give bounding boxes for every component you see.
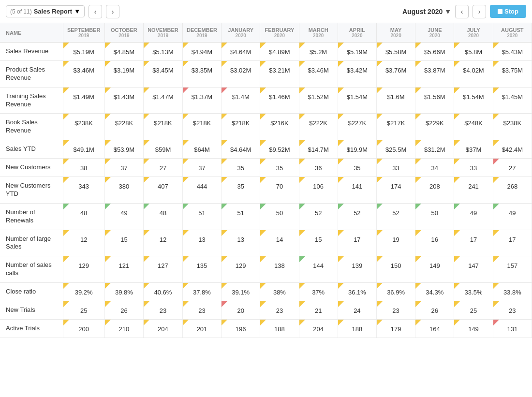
cell-indicator-icon bbox=[222, 114, 227, 119]
cell-value: $229K bbox=[417, 119, 452, 127]
row-value-cell: 38% bbox=[260, 283, 299, 301]
date-next-button[interactable]: › bbox=[473, 5, 486, 18]
cell-indicator-icon bbox=[338, 159, 344, 164]
cell-indicator-icon bbox=[377, 256, 383, 262]
date-selector[interactable]: August 2020 ▼ bbox=[402, 8, 451, 15]
date-prev-button[interactable]: ‹ bbox=[455, 5, 469, 18]
cell-value: 129 bbox=[223, 262, 258, 269]
col-header-jul2020: JULY2020 bbox=[454, 23, 493, 43]
col-header-mar2020: MARCH2020 bbox=[299, 23, 338, 43]
row-value-cell: $4.64M bbox=[222, 43, 260, 61]
cell-indicator-icon bbox=[493, 159, 499, 164]
cell-indicator-icon bbox=[299, 140, 305, 146]
cell-value: 49 bbox=[107, 209, 141, 217]
cell-indicator-icon bbox=[299, 177, 305, 183]
cell-indicator-icon bbox=[377, 177, 383, 183]
cell-indicator-icon bbox=[222, 177, 227, 183]
cell-indicator-icon bbox=[63, 204, 69, 209]
cell-value: 38 bbox=[65, 164, 103, 172]
row-value-cell: $4.89M bbox=[260, 43, 299, 61]
cell-value: $5.58M bbox=[379, 48, 413, 56]
row-value-cell: $5.8M bbox=[454, 43, 493, 61]
cell-value: 268 bbox=[495, 183, 530, 190]
date-label: August 2020 bbox=[402, 8, 443, 15]
cell-value: 21 bbox=[301, 307, 336, 314]
cell-value: 35 bbox=[223, 183, 258, 190]
report-selector[interactable]: (5 of 11) Sales Report ▼ bbox=[6, 5, 85, 17]
table-row: Close ratio39.2%39.8%40.6%37.8%39.1%38%3… bbox=[0, 283, 532, 301]
row-value-cell: 51 bbox=[222, 203, 260, 230]
prev-button[interactable]: ‹ bbox=[89, 5, 102, 18]
cell-indicator-icon bbox=[183, 159, 189, 164]
cell-indicator-icon bbox=[105, 204, 111, 209]
row-value-cell: $5.19M bbox=[338, 43, 376, 61]
row-value-cell: 39.2% bbox=[63, 283, 104, 301]
row-value-cell: 13 bbox=[222, 230, 260, 256]
cell-value: 25 bbox=[456, 307, 490, 314]
cell-indicator-icon bbox=[144, 140, 149, 146]
cell-indicator-icon bbox=[105, 283, 111, 289]
cell-value: $4.89M bbox=[262, 48, 296, 56]
cell-indicator-icon bbox=[144, 320, 149, 325]
cell-value: 52 bbox=[340, 209, 374, 217]
cell-value: 174 bbox=[379, 183, 413, 190]
row-value-cell: 33.8% bbox=[493, 283, 532, 301]
row-name-cell: New Customers bbox=[0, 159, 63, 177]
table-wrapper: NAME SEPTEMBER2019 OCTOBER2019 NOVEMBER2… bbox=[0, 23, 532, 397]
cell-indicator-icon bbox=[105, 301, 111, 307]
row-value-cell: 19 bbox=[376, 230, 415, 256]
row-value-cell: 13 bbox=[182, 230, 221, 256]
cell-value: $5.66M bbox=[417, 48, 452, 56]
cell-value: 33.5% bbox=[456, 289, 490, 296]
cell-value: 50 bbox=[262, 209, 296, 217]
row-value-cell: $1.47M bbox=[144, 87, 183, 114]
row-value-cell: 444 bbox=[182, 177, 221, 204]
cell-value: 37% bbox=[301, 289, 336, 296]
cell-value: $1.43M bbox=[107, 93, 141, 101]
row-value-cell: 23 bbox=[182, 301, 221, 320]
cell-indicator-icon bbox=[377, 320, 383, 325]
cell-indicator-icon bbox=[454, 140, 460, 146]
row-value-cell: 129 bbox=[222, 256, 260, 283]
cell-indicator-icon bbox=[493, 204, 499, 209]
cell-value: $9.52M bbox=[262, 146, 296, 153]
cell-value: $218K bbox=[185, 119, 219, 127]
cell-indicator-icon bbox=[338, 140, 344, 146]
cell-value: 26 bbox=[417, 307, 452, 314]
cell-value: 40.6% bbox=[146, 289, 180, 296]
row-value-cell: $218K bbox=[182, 114, 221, 140]
cell-value: 49 bbox=[495, 209, 530, 217]
cell-value: $3.21M bbox=[262, 67, 296, 74]
cell-indicator-icon bbox=[454, 61, 460, 67]
row-value-cell: $4.85M bbox=[104, 43, 143, 61]
cell-value: 157 bbox=[495, 262, 530, 269]
cell-indicator-icon bbox=[63, 230, 69, 236]
cell-value: 204 bbox=[301, 325, 336, 333]
cell-value: 51 bbox=[185, 209, 219, 217]
row-value-cell: 52 bbox=[299, 203, 338, 230]
row-value-cell: $49.1M bbox=[63, 140, 104, 159]
cell-value: 26 bbox=[107, 307, 141, 314]
next-button[interactable]: › bbox=[106, 5, 119, 18]
cell-indicator-icon bbox=[183, 61, 189, 67]
row-value-cell: 138 bbox=[260, 256, 299, 283]
report-title: Sales Report bbox=[34, 8, 72, 15]
row-value-cell: $25.5M bbox=[376, 140, 415, 159]
cell-indicator-icon bbox=[105, 114, 111, 119]
row-value-cell: 196 bbox=[222, 319, 260, 338]
stop-button[interactable]: Stop bbox=[490, 5, 526, 18]
cell-value: 138 bbox=[262, 262, 296, 269]
row-value-cell: 188 bbox=[338, 319, 376, 338]
cell-value: $1.4M bbox=[223, 93, 258, 101]
row-value-cell: 15 bbox=[299, 230, 338, 256]
row-name-cell: Product Sales Revenue bbox=[0, 60, 63, 87]
row-value-cell: 14 bbox=[260, 230, 299, 256]
table-header-row: NAME SEPTEMBER2019 OCTOBER2019 NOVEMBER2… bbox=[0, 23, 532, 43]
row-value-cell: $1.46M bbox=[260, 87, 299, 114]
cell-indicator-icon bbox=[454, 204, 460, 209]
cell-indicator-icon bbox=[183, 256, 189, 262]
row-value-cell: $227K bbox=[338, 114, 376, 140]
cell-value: $19.9M bbox=[340, 146, 374, 153]
cell-value: 39.1% bbox=[223, 289, 258, 296]
cell-value: $5.13M bbox=[146, 48, 180, 56]
